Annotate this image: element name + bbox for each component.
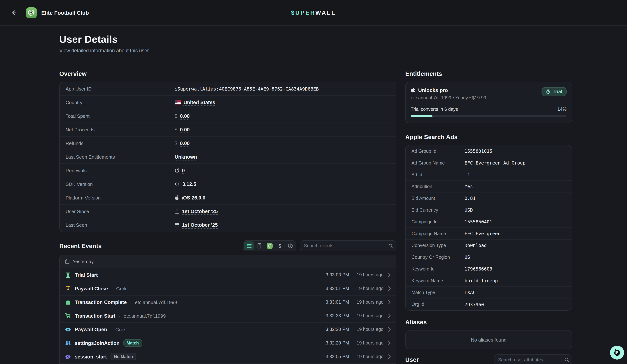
- info-icon: [288, 243, 293, 248]
- aliases-heading: Aliases: [405, 319, 572, 326]
- event-row-trial-start[interactable]: Trial Start 3:33:03 PM·19 hours ago: [60, 268, 396, 282]
- chevron-right-icon: [388, 341, 391, 345]
- table-row-user-since: User Since 1st October '25: [60, 205, 396, 218]
- last-seen-value[interactable]: 1st October '25: [182, 222, 218, 228]
- table-row-last-seen-entitlements: Last Seen Entitlements Unknown: [60, 150, 396, 164]
- calendar-icon: [175, 223, 179, 228]
- event-row-paywall-close[interactable]: Paywall Close ·Grok 3:33:01 PM·19 hours …: [60, 282, 396, 296]
- trial-progress-fill: [411, 115, 432, 117]
- hourglass-icon: [65, 272, 71, 278]
- event-row-transaction-complete[interactable]: Transaction Complete ·etc.annual.7df.199…: [60, 296, 396, 309]
- table-row-app-user-id: App User ID $SuperwallAlias:40EC9876-A85…: [60, 82, 396, 96]
- chat-bubble-icon: [613, 349, 621, 357]
- apple-icon: [175, 195, 179, 200]
- user-heading: User: [405, 356, 419, 363]
- calendar-icon: [65, 259, 70, 264]
- cart-icon: [65, 313, 71, 318]
- dollar-icon: $: [278, 243, 281, 249]
- table-row: Ad Id-1: [406, 169, 572, 181]
- entitlement-details: etc.annual.7df.1999 • Yearly • $19.99: [411, 95, 486, 100]
- event-row-transaction-start[interactable]: Transaction Start ·etc.annual.7df.1999 3…: [60, 309, 396, 323]
- table-row-sdk-version: SDK Version 3.12.5: [60, 177, 396, 191]
- table-row-platform-version: Platform Version iOS 26.0.0: [60, 191, 396, 205]
- entitlement-name: Unlocks pro: [418, 87, 448, 93]
- event-row-session-start-lower[interactable]: session_start No Match 3:32:05 PM·19 hou…: [60, 350, 396, 364]
- table-row-last-seen: Last Seen 1st October '25: [60, 218, 396, 232]
- user-attributes-search-input[interactable]: [494, 357, 561, 362]
- event-row-paywall-open[interactable]: Paywall Open ·Grok 3:32:20 PM·19 hours a…: [60, 323, 396, 336]
- table-row: Bid CurrencyUSD: [406, 204, 572, 216]
- aliases-empty-card: No aliases found: [405, 330, 572, 349]
- bag-icon: [65, 300, 71, 305]
- refresh-icon: [175, 168, 179, 173]
- table-row: Bid Amount0.81: [406, 192, 572, 204]
- filter-device-events-button[interactable]: [254, 241, 264, 250]
- app-name: Elite Football Club: [41, 10, 89, 16]
- table-row: Ad Group Id1555801015: [406, 145, 572, 157]
- back-arrow-icon: [11, 9, 17, 16]
- table-row: Ad Group NameEFC Evergreen Ad Group: [406, 157, 572, 169]
- renewals-value[interactable]: 0: [182, 168, 185, 173]
- users-icon: [65, 341, 71, 345]
- refunds-value[interactable]: 0.00: [180, 140, 190, 146]
- stopwatch-icon: [546, 90, 551, 94]
- events-search-input[interactable]: [300, 243, 385, 248]
- superwall-logo: $UPERWALL: [291, 9, 336, 16]
- table-row: Match TypeEXACT: [406, 287, 572, 299]
- trial-badge: Trial: [542, 87, 567, 96]
- table-row-net-proceeds: Net Proceeds $0.00: [60, 123, 396, 136]
- no-match-badge: No Match: [110, 353, 136, 360]
- table-row: Campaign Id1555850401: [406, 216, 572, 228]
- overview-heading: Overview: [59, 70, 396, 77]
- apple-search-ads-heading: Apple Search Ads: [405, 134, 572, 140]
- eye-off-icon: [65, 354, 71, 359]
- entitlement-card: Unlocks pro etc.annual.7df.1999 • Yearly…: [405, 82, 572, 123]
- events-list: Yesterday Trial Start 3:33:03 PM·19 hour…: [59, 255, 396, 364]
- total-spent-value[interactable]: 0.00: [180, 113, 190, 119]
- calendar-icon: [175, 209, 179, 214]
- app-icon: [26, 7, 37, 18]
- search-icon: [561, 357, 572, 363]
- country-value[interactable]: United States: [183, 99, 215, 105]
- apple-search-ads-table: Ad Group Id1555801015 Ad Group NameEFC E…: [405, 145, 572, 311]
- last-seen-entitlements-value[interactable]: Unknown: [175, 154, 197, 160]
- match-badge: Match: [123, 339, 142, 347]
- filter-all-events-button[interactable]: [244, 241, 254, 250]
- list-icon: [246, 243, 252, 248]
- chevron-right-icon: [388, 355, 391, 359]
- table-row-country: Country United States: [60, 96, 396, 109]
- table-row: Keyword Id1796566603: [406, 263, 572, 275]
- back-button[interactable]: [9, 7, 19, 18]
- apple-icon: [411, 88, 415, 93]
- filter-revenue-events-button[interactable]: $: [275, 241, 285, 250]
- us-flag-icon: [175, 100, 181, 104]
- net-proceeds-value[interactable]: 0.00: [180, 127, 190, 132]
- table-row-refunds: Refunds $0.00: [60, 136, 396, 150]
- table-row: Conversion TypeDownload: [406, 240, 572, 251]
- chevron-right-icon: [388, 300, 391, 304]
- chevron-right-icon: [388, 273, 391, 277]
- platform-version-value: iOS 26.0.0: [182, 195, 205, 200]
- filter-app-events-button[interactable]: [264, 241, 274, 250]
- table-row: Campaign NameEFC Evergreen: [406, 228, 572, 240]
- sdk-version-value: 3.12.5: [182, 181, 196, 187]
- chevron-right-icon: [388, 327, 391, 332]
- chevron-right-icon: [388, 314, 391, 318]
- events-search: [300, 240, 396, 251]
- chat-support-button[interactable]: [610, 346, 624, 360]
- filter-info-events-button[interactable]: [285, 241, 295, 250]
- user-details-page: Elite Football Club $UPERWALL User Detai…: [0, 0, 627, 364]
- eye-icon: [65, 327, 71, 331]
- overview-table: App User ID $SuperwallAlias:40EC9876-A85…: [59, 82, 396, 232]
- event-row-settings-join-action[interactable]: settingsJoinAction Match 3:32:20 PM·19 h…: [60, 336, 396, 350]
- app-mini-icon: [266, 243, 272, 249]
- code-icon: [175, 182, 180, 186]
- paywall-close-icon: [65, 286, 71, 291]
- event-filter-segmented-control: $: [243, 240, 296, 251]
- page-title: User Details: [59, 34, 627, 45]
- page-subtitle: View detailed information about this use…: [59, 48, 627, 53]
- user-since-value[interactable]: 1st October '25: [182, 209, 218, 214]
- entitlements-heading: Entitlements: [405, 70, 572, 77]
- phone-icon: [257, 243, 261, 248]
- events-group-header: Yesterday: [60, 255, 396, 268]
